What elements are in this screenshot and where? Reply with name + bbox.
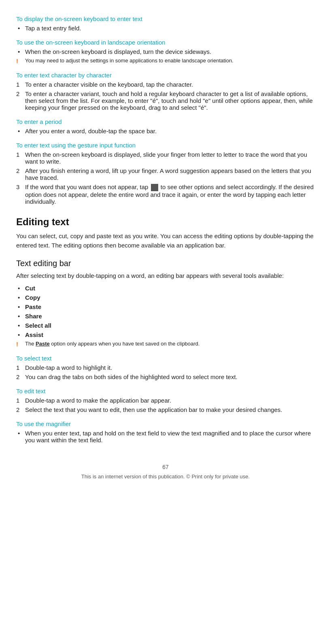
gesture-num-1: 1 — [16, 151, 25, 165]
tool-item-cut: • Cut — [16, 285, 315, 292]
enter-period-heading: To enter a period — [16, 118, 315, 125]
enter-char-item-1: 1 To enter a character visible on the ke… — [16, 81, 315, 88]
edit-num-2: 2 — [16, 406, 25, 413]
edit-text-item-2: 2 Select the text that you want to edit,… — [16, 406, 315, 413]
page-content: To display the on-screen keyboard to ent… — [16, 15, 315, 480]
enter-char-item-2: 2 To enter a character variant, touch an… — [16, 90, 315, 111]
gesture-num-3: 3 — [16, 183, 25, 205]
tool-item-copy: • Copy — [16, 294, 315, 301]
tools-list: • Cut • Copy • Paste • Share • Select al… — [16, 285, 315, 338]
footer-text: This is an internet version of this publ… — [16, 473, 315, 480]
enter-period-bullet: • After you enter a word, double-tap the… — [16, 128, 315, 134]
gesture-num-2: 2 — [16, 167, 25, 181]
edit-num-1: 1 — [16, 397, 25, 404]
select-num-1: 1 — [16, 364, 25, 371]
text-editing-bar-heading: Text editing bar — [16, 259, 315, 268]
display-keyboard-heading: To display the on-screen keyboard to ent… — [16, 15, 315, 22]
paste-warn-text: The Paste option only appears when you h… — [25, 341, 199, 347]
paste-warn: ! The Paste option only appears when you… — [16, 341, 315, 348]
select-text-heading: To select text — [16, 355, 315, 362]
display-keyboard-bullet: • Tap a text entry field. — [16, 25, 315, 32]
num-2: 2 — [16, 90, 25, 111]
tool-item-share: • Share — [16, 313, 315, 320]
select-num-2: 2 — [16, 373, 25, 380]
landscape-keyboard-heading: To use the on-screen keyboard in landsca… — [16, 39, 315, 46]
editing-text-heading: Editing text — [16, 216, 315, 228]
text-editing-bar-para: After selecting text by double-tapping o… — [16, 271, 315, 281]
warning-icon-2: ! — [16, 341, 25, 348]
tool-item-paste: • Paste — [16, 303, 315, 310]
tool-item-assist: • Assist — [16, 331, 315, 338]
edit-text-item-1: 1 Double-tap a word to make the applicat… — [16, 397, 315, 404]
bullet-dot-1: • — [18, 25, 25, 32]
warning-icon-1: ! — [16, 58, 25, 64]
page-number: 67 — [16, 464, 315, 470]
enter-char-heading: To enter text character by character — [16, 72, 315, 79]
magnifier-heading: To use the magnifier — [16, 420, 315, 427]
num-1: 1 — [16, 81, 25, 88]
select-text-item-1: 1 Double-tap a word to highlight it. — [16, 364, 315, 371]
gesture-item-3: 3 If the word that you want does not app… — [16, 183, 315, 205]
tool-item-select-all: • Select all — [16, 322, 315, 329]
gesture-3-text: If the word that you want does not appea… — [25, 183, 315, 205]
gesture-item-2: 2 After you finish entering a word, lift… — [16, 167, 315, 181]
editing-text-para: You can select, cut, copy and paste text… — [16, 232, 315, 250]
select-text-item-2: 2 You can drag the tabs on both sides of… — [16, 373, 315, 380]
landscape-keyboard-warn: ! You may need to adjust the settings in… — [16, 58, 315, 64]
gesture-heading: To enter text using the gesture input fu… — [16, 142, 315, 149]
landscape-keyboard-bullet: • When the on-screen keyboard is display… — [16, 48, 315, 55]
magnifier-bullet: • When you enter text, tap and hold on t… — [16, 430, 315, 444]
gesture-item-1: 1 When the on-screen keyboard is display… — [16, 151, 315, 165]
edit-text-heading: To edit text — [16, 388, 315, 395]
gesture-icon — [151, 184, 158, 191]
bullet-dot-mag: • — [18, 430, 25, 444]
bullet-dot-3: • — [18, 128, 25, 134]
bullet-dot-2: • — [18, 48, 25, 55]
page-footer: 67 This is an internet version of this p… — [16, 464, 315, 480]
